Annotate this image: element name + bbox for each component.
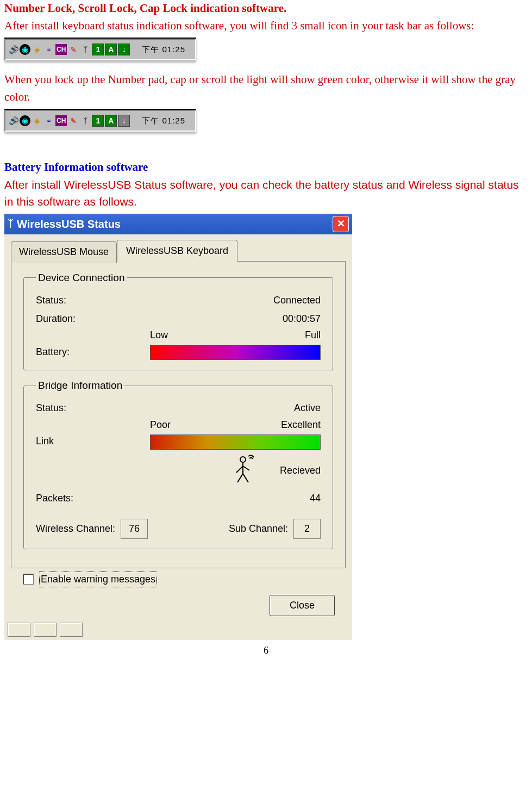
svg-line-2: [236, 466, 243, 473]
target-icon: ◉: [20, 44, 30, 55]
label-scale-poor: Poor: [150, 418, 171, 432]
stick-figure-icon: ᛉ: [80, 115, 91, 126]
value-duration: 00:00:57: [283, 312, 321, 326]
close-icon[interactable]: ✕: [333, 216, 349, 232]
label-wireless-channel: Wireless Channel:: [36, 522, 115, 536]
value-status: Connected: [273, 293, 321, 308]
group-bridge-information: Bridge Information Status: Active Poor E…: [23, 378, 333, 549]
wirelessusb-status-dialog: ᛉ WirelessUSB Status ✕ WirelessUSB Mouse…: [4, 214, 352, 640]
link-quality-bar: [150, 434, 321, 450]
heading-lock-software: Number Lock, Scroll Lock, Cap Lock indic…: [4, 0, 528, 17]
label-link: Link: [36, 434, 150, 449]
device-icon: ⌨: [43, 44, 54, 55]
label-bridge-status: Status:: [36, 401, 294, 415]
scrolllock-indicator-off: ↓: [118, 115, 130, 127]
dialog-title: WirelessUSB Status: [17, 216, 333, 232]
taskbar-example-2: 🔊 ◉ ◈ ⌨ CH ✎ ᛉ 1 A ↓ 下午 01:25: [4, 109, 528, 132]
label-status: Status:: [36, 293, 273, 308]
page-number: 6: [4, 643, 528, 658]
battery-level-bar: [150, 345, 321, 360]
tab-keyboard[interactable]: WirelessUSB Keyboard: [117, 240, 237, 262]
target-icon: ◉: [20, 115, 30, 126]
capslock-indicator: A: [105, 44, 117, 55]
scrolllock-indicator: ↓: [118, 44, 130, 55]
label-sub-channel: Sub Channel:: [229, 522, 288, 536]
label-duration: Duration:: [36, 312, 283, 326]
speaker-icon: 🔊: [8, 115, 18, 126]
svg-line-3: [243, 466, 249, 470]
value-bridge-status: Active: [294, 401, 321, 415]
dialog-statusbar: [4, 623, 352, 640]
checkbox-enable-warnings[interactable]: [23, 574, 34, 585]
speaker-icon: 🔊: [8, 44, 18, 55]
taskbar-clock: 下午 01:25: [131, 44, 193, 56]
svg-point-0: [240, 457, 246, 462]
label-battery: Battery:: [36, 345, 150, 359]
device-icon: ⌨: [43, 115, 54, 126]
wand-icon: ✎: [68, 44, 79, 55]
tab-panel-keyboard: Device Connection Status: Connected Dura…: [11, 261, 346, 568]
stick-figure-icon: ᛉ: [80, 44, 91, 55]
status-cell: [8, 623, 30, 637]
dialog-titlebar: ᛉ WirelessUSB Status ✕: [4, 214, 352, 234]
status-cell: [34, 623, 57, 637]
value-sub-channel: 2: [293, 519, 321, 539]
heading-battery-software: Battery Information software: [4, 159, 528, 176]
ime-ch-badge: CH: [55, 115, 67, 126]
signal-stickman-icon: [232, 454, 258, 487]
label-scale-excellent: Excellent: [281, 418, 321, 432]
group-device-connection: Device Connection Status: Connected Dura…: [23, 270, 333, 371]
diamond-icon: ◈: [32, 44, 42, 55]
legend-bridge-information: Bridge Information: [36, 378, 124, 394]
svg-line-5: [243, 474, 248, 482]
numlock-indicator: 1: [92, 44, 104, 55]
label-packets: Packets:: [36, 491, 310, 506]
diamond-icon: ◈: [32, 115, 42, 126]
para-install-lock-a: After install keyboard status indication…: [4, 19, 347, 32]
tab-mouse[interactable]: WirelessUSB Mouse: [11, 241, 117, 263]
label-scale-full: Full: [305, 328, 321, 343]
app-icon: ᛉ: [8, 216, 14, 231]
label-scale-low: Low: [150, 328, 168, 343]
para-lock-color: When you lock up the Number pad, cap or …: [4, 71, 528, 105]
wand-icon: ✎: [68, 115, 79, 126]
taskbar-clock: 下午 01:25: [131, 115, 193, 127]
status-cell: [60, 623, 83, 637]
value-packets: 44: [310, 491, 321, 506]
value-wireless-channel: 76: [121, 519, 148, 539]
taskbar-example-1: 🔊 ◉ ◈ ⌨ CH ✎ ᛉ 1 A ↓ 下午 01:25: [4, 38, 528, 60]
para-install-lock-b: in your task bar as follows:: [347, 19, 474, 32]
label-enable-warnings: Enable warning messages: [39, 572, 157, 587]
para-install-lock: After install keyboard status indication…: [4, 17, 528, 35]
numlock-indicator: 1: [92, 115, 104, 127]
para-battery-software: After install WirelessUSB Status softwar…: [4, 176, 528, 210]
ime-ch-badge: CH: [55, 44, 67, 55]
svg-line-4: [237, 474, 243, 482]
legend-device-connection: Device Connection: [36, 270, 127, 286]
tab-bar: WirelessUSB Mouse WirelessUSB Keyboard: [11, 240, 346, 262]
label-recieved: Recieved: [280, 463, 321, 478]
capslock-indicator: A: [105, 115, 117, 127]
close-button[interactable]: Close: [270, 595, 335, 616]
